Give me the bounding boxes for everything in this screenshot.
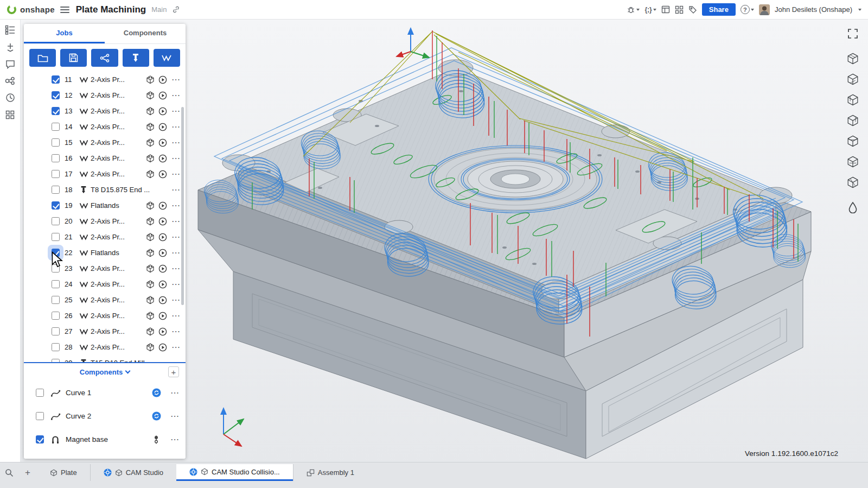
apps-grid-icon[interactable] <box>675 5 684 14</box>
job-menu-icon[interactable]: ⋯ <box>170 327 181 336</box>
document-tab[interactable]: CAM Studio <box>90 464 176 481</box>
play-icon[interactable] <box>158 312 168 320</box>
play-icon[interactable] <box>158 296 168 305</box>
job-menu-icon[interactable]: ⋯ <box>170 264 181 273</box>
job-checkbox[interactable] <box>52 170 60 178</box>
job-checkbox[interactable] <box>52 343 60 351</box>
simulation-stock-icon[interactable] <box>145 233 155 242</box>
job-menu-icon[interactable]: ⋯ <box>170 138 181 147</box>
play-icon[interactable] <box>158 327 168 336</box>
tag-icon[interactable] <box>688 5 697 14</box>
job-checkbox[interactable] <box>52 75 60 84</box>
tool-library-button[interactable] <box>123 49 149 67</box>
view-cube-button-4[interactable] <box>844 112 861 129</box>
job-checkbox[interactable] <box>52 359 60 363</box>
update-icon[interactable] <box>151 411 162 421</box>
document-tab[interactable]: Plate <box>37 464 90 481</box>
job-row[interactable]: 14 2-Axis Pr... ⋯ <box>24 119 186 135</box>
job-row[interactable]: 26 2-Axis Pr... ⋯ <box>24 308 186 324</box>
machining-scene[interactable] <box>187 20 868 461</box>
view-cube-button-7[interactable] <box>844 174 861 191</box>
job-checkbox[interactable] <box>52 186 60 194</box>
user-name[interactable]: John Desilets (Onshape) <box>775 5 852 14</box>
job-row[interactable]: 20 2-Axis Pr... ⋯ <box>24 213 186 229</box>
fullscreen-button[interactable] <box>844 25 861 42</box>
onshape-logo[interactable]: onshape <box>7 4 55 15</box>
simulation-stock-icon[interactable] <box>145 312 155 320</box>
play-icon[interactable] <box>158 138 168 147</box>
job-checkbox[interactable] <box>52 280 60 288</box>
job-row[interactable]: 23 2-Axis Pr... ⋯ <box>24 261 186 276</box>
play-icon[interactable] <box>158 249 168 257</box>
simulation-stock-icon[interactable] <box>145 201 155 210</box>
slider-icon[interactable] <box>151 435 162 445</box>
job-menu-icon[interactable]: ⋯ <box>170 123 181 131</box>
job-menu-icon[interactable]: ⋯ <box>170 280 181 289</box>
play-icon[interactable] <box>158 343 168 352</box>
job-menu-icon[interactable]: ⋯ <box>170 201 181 210</box>
simulation-stock-icon[interactable] <box>145 107 155 116</box>
help-icon[interactable]: ? <box>741 5 754 14</box>
play-icon[interactable] <box>158 107 168 116</box>
job-checkbox[interactable] <box>52 154 60 162</box>
job-checkbox[interactable] <box>52 312 60 320</box>
component-menu-icon[interactable]: ⋯ <box>169 389 180 397</box>
simulation-stock-icon[interactable] <box>145 264 155 273</box>
play-icon[interactable] <box>158 154 168 163</box>
debug-icon[interactable] <box>627 5 640 14</box>
component-menu-icon[interactable]: ⋯ <box>169 412 180 421</box>
play-icon[interactable] <box>158 280 168 289</box>
job-row[interactable]: 19 Flatlands ⋯ <box>24 198 186 213</box>
view-cube-button-2[interactable] <box>844 71 861 88</box>
job-checkbox[interactable] <box>52 91 60 99</box>
document-tab[interactable]: CAM Studio Collisio... <box>176 464 293 481</box>
post-process-button[interactable] <box>91 49 118 67</box>
simulation-stock-icon[interactable] <box>145 296 155 305</box>
new-tab-button[interactable]: + <box>18 464 37 481</box>
search-tabs-icon[interactable] <box>0 464 18 481</box>
job-row[interactable]: 15 2-Axis Pr... ⋯ <box>24 135 186 150</box>
job-row[interactable]: 21 2-Axis Pr... ⋯ <box>24 229 186 245</box>
panel-tab[interactable]: Jobs <box>24 24 105 43</box>
feature-list-icon[interactable] <box>5 25 16 35</box>
history-icon[interactable] <box>5 93 15 103</box>
jobs-scrollbar[interactable] <box>181 107 184 305</box>
simulation-stock-icon[interactable] <box>145 123 155 131</box>
play-icon[interactable] <box>158 264 168 273</box>
simulation-stock-icon[interactable] <box>145 170 155 179</box>
job-menu-icon[interactable]: ⋯ <box>170 312 181 320</box>
job-menu-icon[interactable]: ⋯ <box>170 217 181 226</box>
job-menu-icon[interactable]: ⋯ <box>170 170 181 179</box>
job-menu-icon[interactable]: ⋯ <box>170 343 181 352</box>
menu-icon[interactable] <box>60 7 69 13</box>
job-row[interactable]: 22 Flatlands ⋯ <box>24 245 186 261</box>
toolpath-button[interactable] <box>154 49 180 67</box>
featurescript-icon[interactable]: {;} <box>644 6 656 14</box>
simulation-stock-icon[interactable] <box>145 343 155 352</box>
simulation-stock-icon[interactable] <box>145 138 155 147</box>
simulation-stock-icon[interactable] <box>145 327 155 336</box>
folder-button[interactable] <box>29 49 56 67</box>
job-checkbox[interactable] <box>52 217 60 225</box>
job-checkbox[interactable] <box>52 107 60 115</box>
job-checkbox[interactable] <box>52 138 60 147</box>
linked-documents-icon[interactable] <box>5 77 15 85</box>
link-icon[interactable] <box>172 5 180 14</box>
simulation-stock-icon[interactable] <box>145 91 155 100</box>
job-menu-icon[interactable]: ⋯ <box>170 296 181 305</box>
job-checkbox[interactable] <box>52 123 60 131</box>
job-menu-icon[interactable]: ⋯ <box>170 359 181 364</box>
component-checkbox[interactable] <box>36 412 44 420</box>
document-tab[interactable]: Assembly 1 <box>293 464 367 481</box>
play-icon[interactable] <box>158 170 168 179</box>
job-menu-icon[interactable]: ⋯ <box>170 233 181 242</box>
job-menu-icon[interactable]: ⋯ <box>170 249 181 257</box>
job-menu-icon[interactable]: ⋯ <box>170 75 181 84</box>
component-checkbox[interactable] <box>36 435 44 443</box>
table-icon[interactable] <box>661 5 670 14</box>
play-icon[interactable] <box>158 217 168 226</box>
simulation-stock-icon[interactable] <box>145 280 155 289</box>
play-icon[interactable] <box>158 75 168 84</box>
user-menu-caret-icon[interactable] <box>858 9 861 11</box>
job-checkbox[interactable] <box>52 327 60 335</box>
